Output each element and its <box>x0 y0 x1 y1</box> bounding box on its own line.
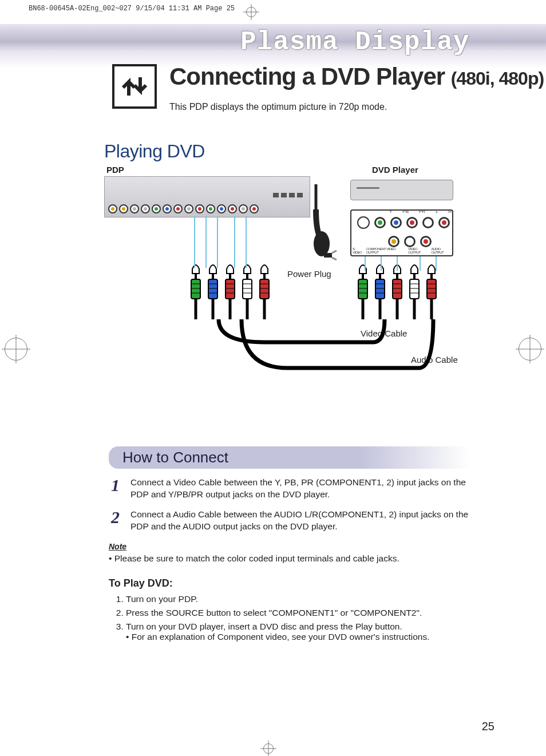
howto-step-2: 2 Connect a Audio Cable between the AUDI… <box>111 509 469 533</box>
to-play-dvd-list: Turn on your PDP. Press the SOURCE butto… <box>109 594 469 642</box>
toplay-step-1-text: Turn on your PDP. <box>126 594 198 604</box>
crop-mark-right-icon <box>519 338 541 361</box>
page-subtitle: This PDP displays the optimum picture in… <box>169 102 387 112</box>
step-number-2: 2 <box>111 509 122 533</box>
toplay-step-3: Turn on your DVD player, insert a DVD di… <box>126 622 469 642</box>
step-text-1: Connect a Video Cable between the Y, PB,… <box>130 477 469 501</box>
section-playing-dvd: Playing DVD <box>104 141 205 162</box>
step-text-2: Connect a Audio Cable between the AUDIO … <box>130 509 469 533</box>
step-number-1: 1 <box>111 477 122 501</box>
crop-mark-top-icon <box>246 7 256 17</box>
toplay-step-1: Turn on your PDP. <box>126 594 469 604</box>
howto-heading-bar: How to Connect <box>109 446 469 469</box>
crop-mark-left-icon <box>5 338 27 361</box>
page-title: Connecting a DVD Player (480i, 480p) <box>169 63 544 90</box>
banner-title: Plasma Display <box>240 27 469 57</box>
how-to-connect-section: How to Connect 1 Connect a Video Cable b… <box>109 446 469 646</box>
howto-heading: How to Connect <box>122 449 228 466</box>
connection-diagram: PDP DVD Player YPBPRLR S-VIDEOCOMPONENT … <box>104 165 470 394</box>
page-number: 25 <box>482 720 494 733</box>
toplay-step-2-text: Press the SOURCE button to select "COMPO… <box>126 608 422 618</box>
crop-mark-bottom-icon <box>263 743 274 754</box>
page-title-main: Connecting a DVD Player <box>169 63 445 90</box>
connection-icon <box>112 64 157 109</box>
note-text: • Please be sure to match the color code… <box>109 553 469 564</box>
cable-paths-icon <box>104 165 470 394</box>
toplay-step-3-text: Turn on your DVD player, insert a DVD di… <box>126 622 402 631</box>
note-label: Note <box>109 542 469 551</box>
print-header: BN68-00645A-02Eng_002~027 9/15/04 11:31 … <box>29 5 235 13</box>
toplay-step-2: Press the SOURCE button to select "COMPO… <box>126 608 469 618</box>
toplay-step-3-sub: • For an explanation of Component video,… <box>126 632 469 642</box>
howto-step-1: 1 Connect a Video Cable between the Y, P… <box>111 477 469 501</box>
to-play-dvd-title: To Play DVD: <box>109 577 469 589</box>
page-title-sub: (480i, 480p) <box>451 68 544 89</box>
